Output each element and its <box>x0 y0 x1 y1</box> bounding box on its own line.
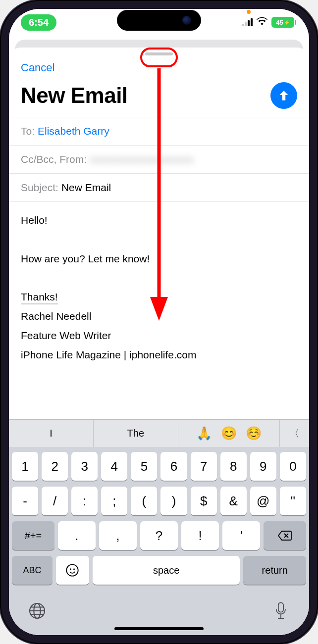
suggestion-emoji[interactable]: 🙏 😊 ☺️ <box>178 420 280 447</box>
kb-row-4: ABC space return <box>12 556 306 585</box>
cancel-button[interactable]: Cancel <box>21 58 54 77</box>
email-body[interactable]: Hello! How are you? Let me know! Thanks!… <box>9 201 309 419</box>
arrow-up-icon <box>277 89 290 102</box>
to-label: To: <box>21 125 35 137</box>
key-7[interactable]: 7 <box>191 452 217 481</box>
body-line: Feature Web Writer <box>21 326 297 346</box>
key-9[interactable]: 9 <box>250 452 276 481</box>
kb-row-2: - / : ; ( ) $ & @ " <box>12 487 306 515</box>
send-button[interactable] <box>270 82 297 109</box>
subject-value: New Email <box>61 182 111 194</box>
status-right: 45⚡ <box>242 17 294 28</box>
key-emoji[interactable] <box>56 556 89 585</box>
ccbcc-field[interactable]: Cc/Bcc, From: xxxxxxxxxxxxxxxxxxxx <box>9 145 309 173</box>
svg-point-4 <box>73 568 75 570</box>
key-amp[interactable]: & <box>220 487 247 515</box>
key-paren-open[interactable]: ( <box>131 487 157 515</box>
title-row: New Email <box>9 77 309 117</box>
key-space[interactable]: space <box>93 556 240 585</box>
suggestion-collapse-chevron-icon[interactable]: 〈 <box>280 420 309 447</box>
sheet-header: Cancel <box>9 55 309 77</box>
iphone-frame: 6:54 45⚡ <box>0 0 318 644</box>
key-abc[interactable]: ABC <box>12 556 53 585</box>
emoji-icon <box>65 563 79 577</box>
to-recipient[interactable]: Elisabeth Garry <box>38 125 109 137</box>
key-paren-close[interactable]: ) <box>160 487 187 515</box>
body-line <box>21 230 297 249</box>
key-slash[interactable]: / <box>42 487 68 515</box>
body-line: iPhone Life Magazine | iphonelife.com <box>21 346 297 365</box>
suggestion-2[interactable]: The <box>94 420 178 447</box>
keyboard: I The 🙏 😊 ☺️ 〈 1 2 3 4 5 <box>9 419 309 635</box>
status-time-pill[interactable]: 6:54 <box>21 14 56 31</box>
backspace-icon <box>277 530 292 541</box>
key-6[interactable]: 6 <box>160 452 187 481</box>
compose-sheet: Cancel New Email To: Elisabeth Garry Cc/… <box>9 48 309 635</box>
body-line: Hello! <box>21 211 297 230</box>
key-exclaim[interactable]: ! <box>181 521 219 550</box>
key-at[interactable]: @ <box>250 487 276 515</box>
subject-field[interactable]: Subject: New Email <box>9 173 309 201</box>
svg-point-3 <box>70 568 71 570</box>
kb-row-3: #+= . , ? ! ' <box>12 521 306 550</box>
key-8[interactable]: 8 <box>220 452 247 481</box>
key-0[interactable]: 0 <box>280 452 306 481</box>
key-1[interactable]: 1 <box>12 452 38 481</box>
ccbcc-label: Cc/Bcc, From: <box>21 153 87 165</box>
subject-label: Subject: <box>21 182 58 194</box>
key-4[interactable]: 4 <box>101 452 127 481</box>
wifi-icon <box>257 17 267 28</box>
kb-rows: 1 2 3 4 5 6 7 8 9 0 - / : <box>9 447 309 594</box>
suggestion-1[interactable]: I <box>9 420 94 447</box>
globe-button[interactable] <box>27 600 48 621</box>
body-line: How are you? Let me know! <box>21 249 297 269</box>
home-indicator[interactable] <box>114 627 204 630</box>
body-line <box>21 269 297 288</box>
screen: 6:54 45⚡ <box>9 9 309 635</box>
dynamic-island <box>117 10 201 31</box>
dictation-button[interactable] <box>270 600 291 621</box>
key-question[interactable]: ? <box>140 521 178 550</box>
key-comma[interactable]: , <box>99 521 137 550</box>
key-2[interactable]: 2 <box>42 452 68 481</box>
key-semicolon[interactable]: ; <box>101 487 127 515</box>
suggestion-bar: I The 🙏 😊 ☺️ 〈 <box>9 419 309 447</box>
body-line: Rachel Needell <box>21 307 297 326</box>
key-dash[interactable]: - <box>12 487 38 515</box>
mic-icon <box>274 602 288 620</box>
key-symbols[interactable]: #+= <box>12 521 54 550</box>
kb-row-1: 1 2 3 4 5 6 7 8 9 0 <box>12 452 306 481</box>
body-line: Thanks! <box>21 288 297 307</box>
key-backspace[interactable] <box>264 521 306 550</box>
battery-icon: 45⚡ <box>271 17 294 28</box>
cellular-signal-icon <box>242 18 253 26</box>
mic-indicator-dot <box>247 10 251 14</box>
to-field[interactable]: To: Elisabeth Garry <box>9 117 309 145</box>
key-quote[interactable]: " <box>280 487 306 515</box>
from-address: xxxxxxxxxxxxxxxxxxxx <box>90 153 194 165</box>
key-period[interactable]: . <box>58 521 96 550</box>
svg-rect-8 <box>278 602 283 612</box>
svg-point-2 <box>67 564 78 576</box>
key-5[interactable]: 5 <box>131 452 157 481</box>
compose-title: New Email <box>21 83 128 108</box>
key-3[interactable]: 3 <box>71 452 98 481</box>
key-dollar[interactable]: $ <box>191 487 217 515</box>
key-apostrophe[interactable]: ' <box>222 521 260 550</box>
key-colon[interactable]: : <box>71 487 98 515</box>
key-return[interactable]: return <box>243 556 306 585</box>
globe-icon <box>28 602 46 620</box>
